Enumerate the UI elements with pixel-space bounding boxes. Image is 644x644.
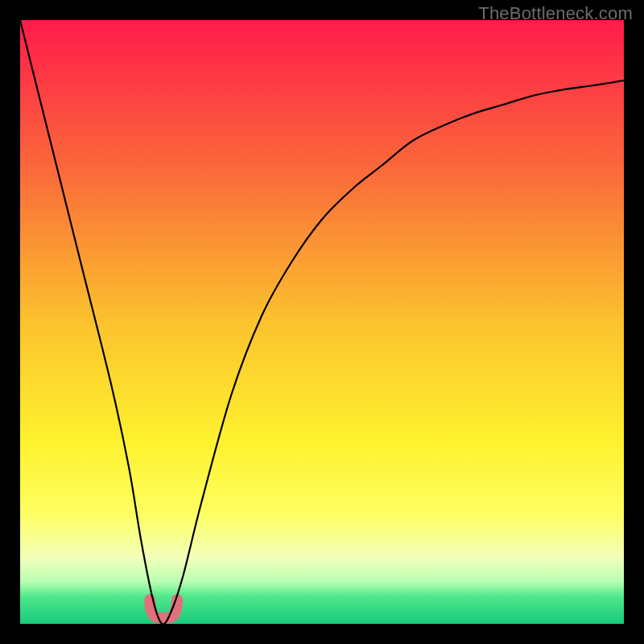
watermark-label: TheBottleneck.com xyxy=(478,3,633,24)
bottleneck-plot xyxy=(20,20,624,624)
chart-frame: TheBottleneck.com xyxy=(0,0,644,644)
gradient-background xyxy=(20,20,624,624)
